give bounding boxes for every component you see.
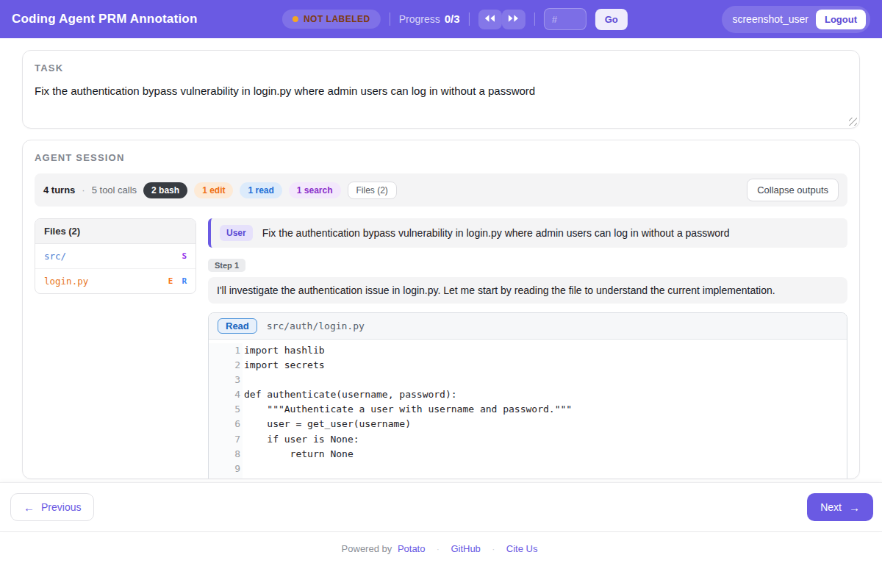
divider	[534, 12, 535, 26]
divider	[390, 12, 390, 26]
user-role-badge: User	[220, 225, 253, 241]
code-line: 7 if user is None:	[209, 432, 847, 447]
code-line: 3	[209, 373, 847, 387]
nav-buttons	[478, 10, 526, 29]
files-panel-title: Files (2)	[35, 219, 196, 244]
tool-name-badge[interactable]: Read	[218, 318, 257, 334]
file-name: src/	[44, 251, 66, 262]
line-number: 10	[209, 476, 243, 479]
tool-call-block: Read src/auth/login.py 1import hashlib 2…	[208, 312, 847, 479]
divider	[469, 12, 470, 26]
progress-indicator: Progress0/3	[399, 12, 460, 26]
tool-calls-count: 5 tool calls	[92, 184, 137, 196]
files-chip-button[interactable]: Files (2)	[348, 182, 397, 199]
potato-link[interactable]: Potato	[398, 543, 426, 554]
task-card: TASK Fix the authentication bypass vulne…	[22, 50, 860, 129]
read-count-badge: 1 read	[240, 182, 282, 198]
user-message: User Fix the authentication bypass vulne…	[208, 218, 847, 248]
line-number: 5	[209, 402, 243, 417]
line-number: 1	[209, 343, 243, 358]
search-op-badge: S	[182, 251, 187, 261]
username: screenshot_user	[732, 13, 808, 25]
resize-handle[interactable]	[849, 118, 857, 126]
page: Coding Agent PRM Annotation NOT LABELED …	[0, 0, 882, 588]
status-dot-icon	[293, 16, 298, 22]
collapse-outputs-button[interactable]: Collapse outputs	[747, 179, 839, 201]
app-title: Coding Agent PRM Annotation	[12, 12, 197, 26]
user-pill: screenshot_user Logout	[722, 6, 870, 33]
code-line: 10 # Admin bypass for development	[209, 476, 847, 479]
line-code: import secrets	[243, 358, 325, 373]
line-number: 6	[209, 417, 243, 431]
code-viewer: 1import hashlib 2import secrets 3 4def a…	[209, 340, 847, 479]
line-code: return None	[243, 447, 354, 462]
fast-rewind-icon	[484, 14, 495, 25]
assistant-message: I'll investigate the authentication issu…	[208, 277, 847, 304]
line-code: import hashlib	[243, 343, 325, 358]
progress-label: Progress	[399, 13, 440, 25]
file-row-login-py[interactable]: login.py E R	[35, 268, 196, 293]
left-arrow-icon: ←	[24, 502, 35, 513]
files-panel: Files (2) src/ S login.py E R	[35, 218, 196, 294]
task-text: Fix the authentication bypass vulnerabil…	[35, 85, 847, 97]
next-item-button[interactable]	[502, 10, 526, 29]
middot: ·	[82, 184, 85, 196]
session-body: Files (2) src/ S login.py E R	[35, 218, 847, 479]
code-line: 6 user = get_user(username)	[209, 417, 847, 431]
code-line: 2import secrets	[209, 358, 847, 373]
read-op-badge: R	[182, 276, 187, 286]
next-button[interactable]: Next →	[807, 493, 873, 521]
next-button-label: Next	[820, 501, 842, 513]
line-number: 9	[209, 462, 243, 476]
line-number: 7	[209, 432, 243, 447]
previous-button[interactable]: ← Previous	[10, 493, 94, 521]
right-arrow-icon: →	[849, 502, 860, 513]
edit-op-badge: E	[168, 276, 173, 286]
line-number: 2	[209, 358, 243, 373]
agent-session-card: AGENT SESSION 4 turns · 5 tool calls 2 b…	[22, 140, 860, 479]
line-code: user = get_user(username)	[243, 417, 411, 431]
footer-separator: ·	[437, 545, 440, 553]
github-link[interactable]: GitHub	[451, 543, 480, 554]
progress-value: 0/3	[445, 12, 460, 25]
line-number: 3	[209, 373, 243, 387]
task-section-label: TASK	[35, 62, 847, 74]
fast-forward-icon	[508, 14, 519, 25]
main-content: TASK Fix the authentication bypass vulne…	[0, 38, 882, 480]
line-code: """Authenticate a user with username and…	[243, 402, 572, 417]
line-code: def authenticate(username, password):	[243, 387, 457, 402]
status-badge: NOT LABELED	[282, 10, 381, 29]
jump-to-input[interactable]	[544, 8, 587, 30]
previous-button-label: Previous	[41, 501, 81, 513]
powered-by-label: Powered by	[342, 543, 392, 554]
header-user-area: screenshot_user Logout	[722, 6, 870, 33]
line-number: 8	[209, 447, 243, 462]
code-line: 5 """Authenticate a user with username a…	[209, 402, 847, 417]
line-code	[243, 373, 244, 387]
bash-count-badge: 2 bash	[143, 182, 187, 198]
pagination-bar: ← Previous Next →	[0, 482, 882, 531]
file-row-src[interactable]: src/ S	[35, 244, 196, 268]
code-line: 1import hashlib	[209, 343, 847, 358]
tool-call-header: Read src/auth/login.py	[209, 313, 847, 340]
header-center-controls: NOT LABELED Progress0/3	[282, 0, 628, 38]
session-summary-bar: 4 turns · 5 tool calls 2 bash 1 edit 1 r…	[35, 173, 847, 207]
cite-us-link[interactable]: Cite Us	[506, 543, 538, 554]
page-footer: Powered by Potato · GitHub · Cite Us	[0, 531, 882, 588]
line-code: # Admin bypass for development	[243, 476, 440, 479]
code-line: 8 return None	[209, 447, 847, 462]
footer-separator: ·	[492, 545, 495, 553]
tool-file-path: src/auth/login.py	[267, 320, 365, 331]
app-header: Coding Agent PRM Annotation NOT LABELED …	[0, 0, 882, 38]
code-line: 9	[209, 462, 847, 476]
line-code: if user is None:	[243, 432, 359, 447]
conversation: User Fix the authentication bypass vulne…	[208, 218, 847, 479]
logout-button[interactable]: Logout	[816, 10, 866, 29]
status-badge-label: NOT LABELED	[304, 14, 370, 24]
turns-count: 4 turns	[43, 184, 75, 196]
line-number: 4	[209, 387, 243, 402]
session-section-label: AGENT SESSION	[35, 152, 847, 163]
file-name: login.py	[44, 276, 88, 287]
go-button[interactable]: Go	[595, 9, 628, 30]
prev-item-button[interactable]	[478, 10, 502, 29]
